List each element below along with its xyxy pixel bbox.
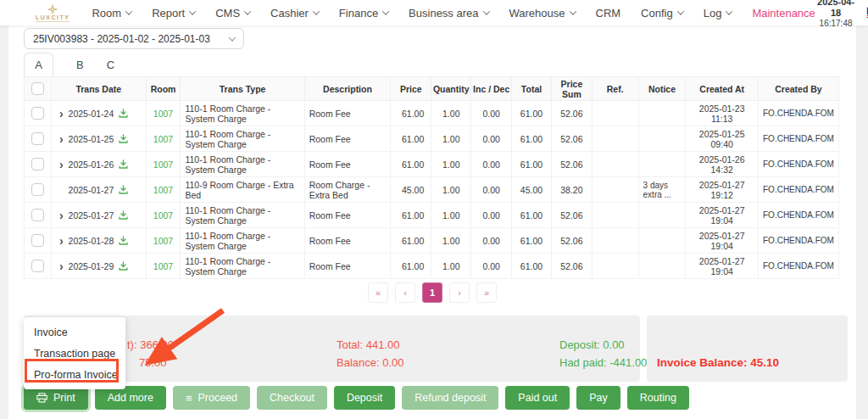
expand-row-icon[interactable]: › [59, 210, 64, 221]
room-number[interactable]: 1007 [146, 254, 181, 279]
footer-action-button[interactable]: ≡ Proceed [173, 386, 250, 410]
pagination-first-button[interactable]: « [368, 282, 388, 303]
download-icon[interactable] [119, 261, 128, 271]
trans-type: 110-1 Room Charge - System Charge [181, 152, 304, 177]
nav-menu-item[interactable]: Log [704, 7, 732, 20]
nav-menu-item[interactable]: Room [92, 7, 131, 20]
inc-dec: 0.00 [471, 126, 512, 152]
dropdown-menu-item[interactable]: Transaction page [24, 343, 125, 364]
printer-icon [36, 393, 47, 403]
price-sum: 38.20 [551, 177, 592, 203]
footer-action-button[interactable]: Print [24, 386, 88, 410]
chevron-down-icon [229, 34, 236, 41]
chevron-down-icon [726, 8, 732, 14]
row-checkbox[interactable] [31, 107, 44, 120]
download-icon[interactable] [119, 109, 128, 118]
trans-date: 2025-01-25 [69, 134, 114, 144]
expand-row-icon[interactable]: › [59, 159, 64, 170]
row-checkbox[interactable] [31, 158, 44, 170]
column-header: Created By [759, 77, 839, 101]
button-label: Proceed [198, 392, 238, 404]
footer-action-button[interactable]: Refund deposit [402, 386, 498, 410]
description: Room Fee [304, 254, 391, 279]
expand-row-icon[interactable]: › [59, 108, 64, 120]
download-icon[interactable] [119, 159, 128, 169]
pagination: « ‹ 1 › » [8, 282, 856, 303]
pagination-prev-button[interactable]: ‹ [395, 282, 415, 303]
summary-had-paid: Had paid: -441.00 [559, 354, 647, 372]
footer-action-button[interactable]: Paid out [505, 386, 570, 410]
row-checkbox[interactable] [31, 183, 44, 196]
nav-menu-item[interactable]: Maintenance [752, 7, 815, 20]
created-at: 2025-01-25 09:40 [686, 126, 759, 152]
inc-dec: 0.00 [471, 228, 512, 254]
created-at: 2025-01-27 19:04 [686, 228, 759, 254]
price: 61.00 [391, 203, 431, 228]
button-label: Routing [640, 392, 676, 404]
download-icon[interactable] [119, 236, 128, 245]
column-header: Trans Date [51, 77, 146, 101]
dropdown-menu-item[interactable]: Pro-forma Invoice [24, 364, 125, 385]
row-checkbox[interactable] [31, 209, 44, 221]
invoice-select[interactable]: 25IV003983 - 2025-01-02 - 2025-01-03 [24, 28, 244, 49]
column-header: Inc / Dec [471, 77, 512, 101]
footer-action-button[interactable]: Checkout [257, 386, 327, 410]
tab-c[interactable]: C [107, 59, 114, 76]
expand-row-icon[interactable]: › [59, 235, 64, 247]
tab-a[interactable]: A [24, 53, 53, 76]
summary-total: Total: 441.00 [337, 336, 399, 354]
button-label: Pay [589, 392, 608, 404]
room-number[interactable]: 1007 [146, 203, 181, 228]
nav-menu-item[interactable]: CRM [596, 7, 621, 20]
nav-menu-item[interactable]: Cashier [270, 7, 319, 20]
table-row: › 2025-01-26 1007 110-1 Room Charge - Sy… [25, 152, 839, 177]
room-number[interactable]: 1007 [146, 177, 181, 203]
download-icon[interactable] [119, 134, 128, 143]
trans-type: 110-1 Room Charge - System Charge [181, 101, 304, 126]
footer-action-button[interactable]: Pay [576, 386, 620, 410]
ref [592, 177, 638, 203]
button-label: Add more [108, 392, 153, 404]
row-checkbox[interactable] [31, 234, 44, 247]
tab-b[interactable]: B [76, 59, 84, 76]
room-number[interactable]: 1007 [146, 101, 181, 126]
table-row: › 2025-01-28 1007 110-1 Room Charge - Sy… [25, 228, 839, 254]
nav-menu-item[interactable]: Report [152, 7, 195, 20]
download-icon[interactable] [119, 185, 128, 194]
luxcity-logo[interactable]: LUXCITY [36, 4, 70, 22]
pagination-page-1[interactable]: 1 [422, 282, 442, 303]
row-checkbox[interactable] [31, 132, 44, 145]
room-number[interactable]: 1007 [146, 152, 181, 177]
select-all-checkbox[interactable] [31, 82, 44, 95]
dropdown-menu-item[interactable]: Invoice [24, 321, 125, 343]
nav-item-label: CRM [596, 7, 621, 20]
footer-action-button[interactable]: Routing [627, 386, 689, 410]
total: 61.00 [512, 126, 552, 152]
nav-menu-item[interactable]: Business area [409, 7, 488, 20]
summary-deposit: Deposit: 0.00 [559, 336, 625, 354]
created-at: 2025-01-27 19:04 [686, 254, 759, 279]
nav-item-label: Cashier [270, 7, 309, 20]
room-number[interactable]: 1007 [146, 228, 181, 254]
nav-menu-item[interactable]: CMS [215, 7, 250, 20]
quantity: 1.00 [431, 152, 471, 177]
nav-menu-item[interactable]: Config [641, 7, 683, 20]
room-number[interactable]: 1007 [146, 126, 181, 152]
quantity: 1.00 [431, 177, 471, 203]
expand-row-icon[interactable]: › [59, 133, 64, 145]
pagination-next-button[interactable]: › [449, 282, 470, 303]
footer-action-button[interactable]: Deposit [334, 386, 395, 410]
expand-row-icon[interactable]: › [59, 260, 64, 272]
nav-menu-item[interactable]: Finance [339, 7, 388, 20]
nav-menu-item[interactable]: Warehouse [509, 7, 576, 20]
download-icon[interactable] [119, 210, 128, 220]
footer-action-button[interactable]: Add more [95, 386, 166, 410]
column-header: Price [391, 77, 431, 101]
button-label: Paid out [518, 392, 557, 404]
print-dropdown-menu: Invoice Transaction page Pro-forma Invoi… [24, 317, 125, 389]
main-content: 25IV003983 - 2025-01-02 - 2025-01-03 A B… [8, 25, 856, 419]
pagination-last-button[interactable]: » [476, 282, 497, 303]
chevron-down-icon [189, 8, 196, 14]
created-by: FO.CHENDA.FOM [759, 126, 839, 152]
row-checkbox[interactable] [31, 260, 44, 272]
